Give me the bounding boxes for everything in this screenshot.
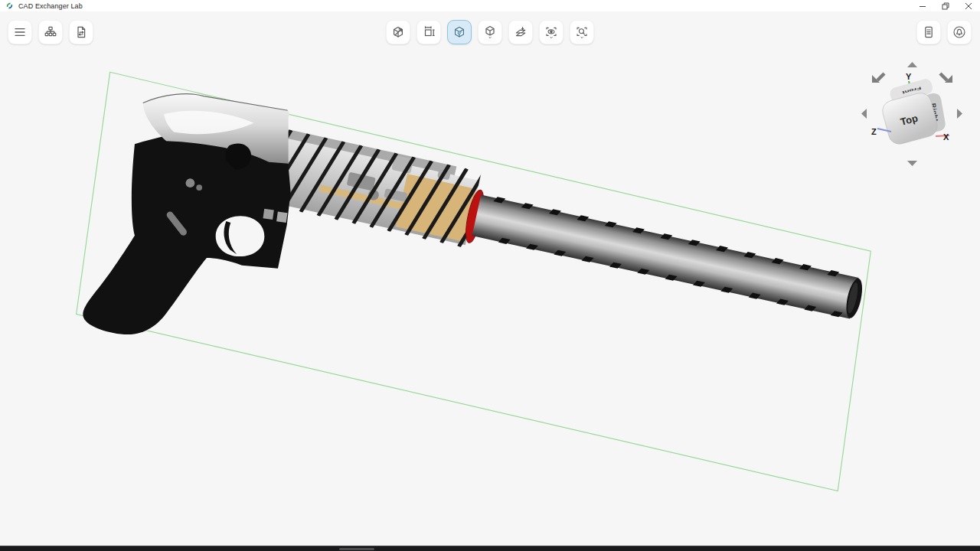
- roll-clockwise-arrow[interactable]: [940, 73, 952, 83]
- shaded-display-button[interactable]: [447, 20, 472, 44]
- model-lug: [276, 212, 287, 223]
- minimize-button[interactable]: [911, 0, 934, 11]
- file-convert-icon: [74, 25, 88, 39]
- chevron-down-icon: [489, 37, 492, 37]
- rotate-down-arrow[interactable]: [907, 161, 917, 166]
- model-trigger: [224, 221, 237, 254]
- taskbar-strip: [0, 546, 980, 551]
- restore-icon: [942, 2, 949, 10]
- scene-structure-button[interactable]: [38, 20, 63, 44]
- z-axis-label: Z: [871, 127, 877, 136]
- scene-structure-icon: [44, 25, 57, 39]
- notifications-button[interactable]: [947, 20, 972, 44]
- display-mode-cube-icon: [483, 25, 497, 39]
- taskbar-app-indicator: [339, 548, 374, 550]
- zoom-selection-icon: [575, 25, 589, 39]
- zoom-selection-button[interactable]: [570, 20, 594, 44]
- clipping-planes-button[interactable]: [508, 20, 533, 44]
- model-pin: [186, 178, 195, 187]
- app-window: CAD Exchanger Lab: [0, 0, 980, 551]
- viewport-3d[interactable]: [0, 11, 980, 546]
- model-pin: [196, 184, 202, 191]
- rotate-right-arrow[interactable]: [957, 109, 962, 119]
- chevron-down-icon: [581, 37, 583, 38]
- model-lower-receiver: [83, 129, 290, 334]
- selection-visibility-eye-icon: [544, 25, 558, 39]
- measurements-button[interactable]: [416, 20, 441, 44]
- file-convert-button[interactable]: [69, 20, 93, 44]
- y-axis-label: Y: [906, 72, 912, 81]
- minimize-icon: [919, 2, 926, 10]
- x-axis-label: X: [943, 132, 949, 142]
- restore-button[interactable]: [934, 0, 957, 11]
- close-icon: [965, 2, 972, 10]
- view-cube-widget[interactable]: Front Right Top Y Z X: [856, 57, 972, 173]
- explode-view-button[interactable]: [386, 20, 410, 44]
- display-mode-button[interactable]: [478, 20, 502, 44]
- properties-panel-icon: [922, 25, 936, 39]
- titlebar: CAD Exchanger Lab: [0, 0, 980, 11]
- measurements-icon: [422, 25, 436, 39]
- window-title: CAD Exchanger Lab: [18, 2, 83, 10]
- app-logo-icon: [5, 2, 14, 10]
- menu-icon: [13, 25, 27, 39]
- close-button[interactable]: [957, 0, 980, 11]
- clipping-planes-icon: [514, 25, 528, 39]
- model-barrel: [472, 195, 858, 319]
- roll-counterclockwise-arrow[interactable]: [872, 73, 884, 83]
- rotate-up-arrow[interactable]: [907, 62, 917, 67]
- notifications-bell-icon: [952, 25, 966, 39]
- model-lug: [263, 209, 273, 220]
- properties-panel-button[interactable]: [916, 20, 941, 44]
- rotate-left-arrow[interactable]: [861, 109, 867, 119]
- main-menu-button[interactable]: [8, 20, 32, 44]
- shaded-display-icon: [452, 25, 466, 39]
- explode-view-icon: [391, 25, 405, 39]
- model-rifle[interactable]: [83, 94, 870, 334]
- selection-visibility-button[interactable]: [539, 20, 564, 44]
- chevron-down-icon: [550, 37, 552, 38]
